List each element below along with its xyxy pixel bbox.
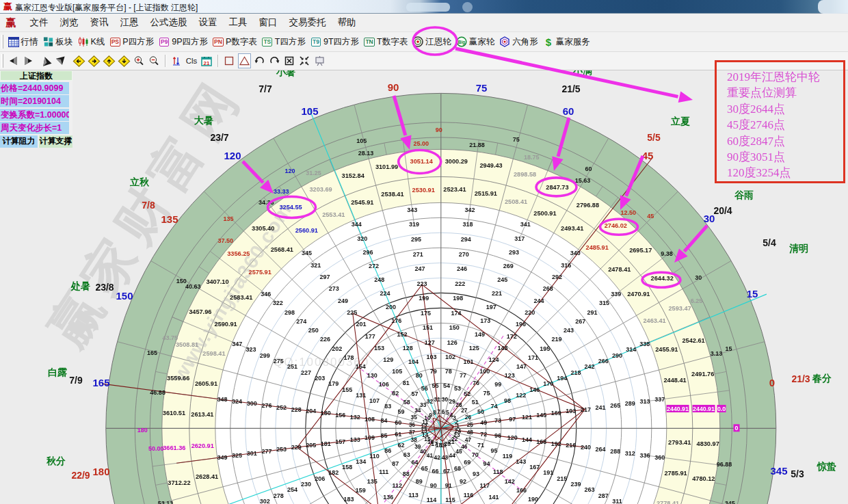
badge-t9-icon: T9 — [310, 36, 321, 47]
rotate-cw-icon[interactable] — [268, 53, 281, 68]
toolbar-grip — [1, 54, 3, 68]
svg-text:2530.91: 2530.91 — [412, 187, 435, 194]
svg-text:120: 120 — [224, 150, 241, 161]
svg-text:64: 64 — [411, 459, 418, 466]
svg-text:45: 45 — [647, 213, 654, 220]
menu-item-8[interactable]: 窗口 — [253, 14, 283, 31]
svg-text:297: 297 — [320, 274, 330, 280]
svg-text:325: 325 — [232, 452, 242, 459]
svg-text:105: 105 — [356, 137, 367, 144]
prev-icon[interactable] — [7, 53, 20, 68]
svg-text:3101.99: 3101.99 — [375, 163, 398, 170]
toolbar-button-赢家服务[interactable]: $赢家服务 — [540, 32, 592, 51]
svg-text:105: 105 — [301, 105, 318, 117]
toolbar-button-T四方形[interactable]: TST四方形 — [259, 32, 308, 51]
svg-text:2796.88: 2796.88 — [577, 202, 599, 209]
svg-text:15: 15 — [747, 288, 758, 300]
svg-text:113: 113 — [408, 492, 419, 499]
svg-text:198: 198 — [453, 295, 463, 302]
calc-resistance-button[interactable]: 计算阻力 — [0, 135, 38, 148]
svg-text:244: 244 — [533, 297, 544, 304]
svg-text:200: 200 — [386, 304, 396, 310]
svg-text:120: 120 — [284, 168, 295, 174]
calc-support-button[interactable]: 计算支撑 — [39, 135, 72, 148]
svg-text:29: 29 — [449, 398, 456, 405]
menu-item-6[interactable]: 设置 — [193, 14, 223, 31]
svg-text:43: 43 — [442, 454, 449, 461]
svg-text:277: 277 — [261, 448, 271, 455]
svg-text:150: 150 — [449, 324, 460, 331]
toolbar-button-板块[interactable]: 板块 — [40, 32, 75, 51]
menu-item-1[interactable]: 文件 — [24, 14, 54, 31]
toolbar-button-江恩轮[interactable]: 江恩轮 — [410, 32, 454, 51]
svg-text:44: 44 — [449, 452, 456, 459]
panel-row-1: 价格=2440.9099 — [0, 82, 69, 94]
forward-icon[interactable] — [55, 53, 68, 68]
xbox-icon[interactable] — [283, 53, 296, 68]
menu-item-9[interactable]: 交易委托 — [283, 14, 332, 31]
next-icon[interactable] — [22, 53, 35, 68]
menu-item-5[interactable]: 公式选股 — [144, 14, 193, 31]
triangle-tool-icon[interactable] — [238, 53, 251, 68]
toolbar-button-行情[interactable]: 行情 — [5, 32, 40, 51]
svg-text:57: 57 — [411, 390, 418, 397]
svg-text:3051.14: 3051.14 — [410, 158, 434, 165]
svg-text:2545.91: 2545.91 — [351, 199, 373, 206]
cls-button[interactable]: Cls — [185, 53, 198, 68]
svg-text:2898.58: 2898.58 — [514, 171, 536, 178]
svg-text:54: 54 — [443, 382, 450, 389]
svg-text:101: 101 — [464, 358, 474, 365]
diamond-right-icon[interactable] — [88, 53, 101, 68]
toolbar-button-K线[interactable]: K线 — [75, 32, 107, 51]
zoom-in-icon[interactable] — [133, 53, 146, 68]
toolbar-button-label: 9P四方形 — [172, 36, 208, 48]
easel-icon[interactable] — [313, 53, 326, 68]
toolbar-button-9T四方形[interactable]: T99T四方形 — [308, 32, 361, 51]
svg-text:5/5: 5/5 — [647, 132, 661, 143]
svg-text:85: 85 — [381, 432, 388, 439]
svg-text:38: 38 — [411, 436, 418, 443]
svg-text:133: 133 — [350, 436, 360, 443]
diamond-up-icon[interactable] — [103, 53, 116, 68]
svg-text:2598.41: 2598.41 — [202, 350, 225, 357]
toolbar-button-六角形[interactable]: 六角形 — [497, 32, 541, 51]
svg-text:2949.43: 2949.43 — [479, 162, 502, 169]
svg-text:2560.91: 2560.91 — [295, 227, 318, 234]
svg-text:3305.40: 3305.40 — [252, 225, 274, 232]
menu-item-2[interactable]: 浏览 — [54, 14, 84, 31]
toolbar-button-P四方形[interactable]: PSP四方形 — [107, 32, 157, 51]
calendar-icon[interactable]: 21 — [200, 53, 213, 68]
sort-icon[interactable] — [170, 53, 183, 68]
svg-text:46: 46 — [461, 443, 468, 450]
svg-text:311: 311 — [612, 498, 622, 504]
svg-text:52: 52 — [464, 390, 471, 397]
svg-text:100: 100 — [479, 368, 490, 375]
square-tool-icon[interactable] — [223, 53, 236, 68]
menu-item-10[interactable]: 帮助 — [332, 14, 362, 31]
menu-item-3[interactable]: 资讯 — [84, 14, 114, 31]
diamond-down-icon[interactable] — [118, 53, 131, 68]
panel-row-4: 周天变化步长=1 — [0, 122, 69, 134]
zoom-out-icon[interactable] — [148, 53, 161, 68]
svg-text:3254.55: 3254.55 — [279, 204, 302, 211]
menu-item-4[interactable]: 江恩 — [114, 14, 144, 31]
toolbar-button-赢家轮[interactable]: Big赢家轮 — [453, 32, 497, 51]
svg-text:224: 224 — [380, 290, 390, 297]
toolbar-button-9P四方形[interactable]: P99P四方形 — [157, 32, 211, 51]
svg-text:71: 71 — [477, 442, 484, 449]
svg-text:5: 5 — [446, 409, 449, 416]
toolbar-button-T数字表[interactable]: TNT数字表 — [362, 32, 410, 51]
rewind-icon[interactable] — [40, 53, 53, 68]
svg-text:95: 95 — [490, 447, 497, 454]
svg-text:9.38: 9.38 — [661, 250, 673, 257]
center-icon[interactable] — [298, 53, 311, 68]
toolbar-button-label: P四方形 — [122, 36, 154, 48]
svg-text:76: 76 — [473, 380, 479, 386]
rotate-ccw-icon[interactable] — [253, 53, 266, 68]
titlebar-ghost-shape — [406, 3, 450, 12]
diamond-left-icon[interactable] — [72, 53, 85, 68]
svg-text:3356.25: 3356.25 — [227, 250, 250, 257]
toolbar-button-P数字表[interactable]: PNP数字表 — [210, 32, 259, 51]
menu-item-7[interactable]: 工具 — [223, 14, 253, 31]
svg-text:226: 226 — [320, 336, 330, 343]
